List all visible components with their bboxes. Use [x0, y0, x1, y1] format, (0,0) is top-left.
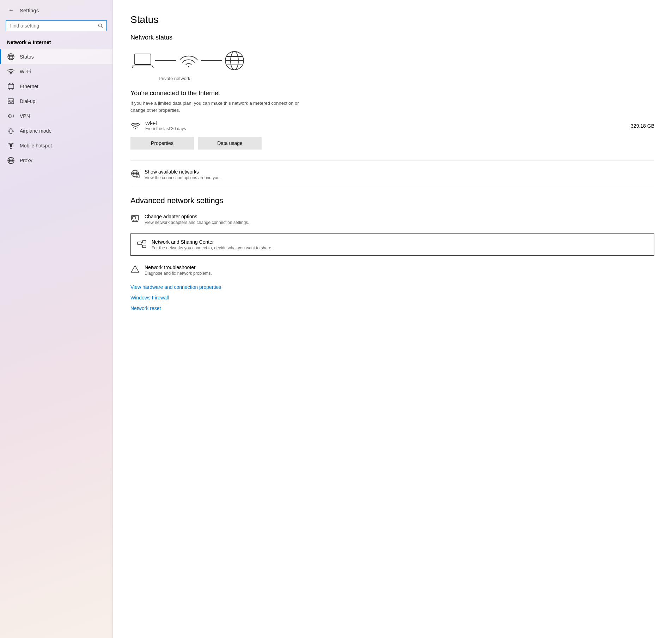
sidebar-item-ethernet[interactable]: Ethernet [0, 79, 112, 94]
dialup-icon [7, 97, 15, 105]
laptop-icon [130, 51, 155, 71]
diagram-line-1 [155, 60, 176, 61]
sidebar-title: Settings [20, 7, 39, 13]
sidebar-item-dialup-label: Dial-up [20, 98, 35, 104]
sharing-center-icon [137, 239, 147, 249]
troubleshooter-desc: Diagnose and fix network problems. [145, 271, 212, 276]
sidebar-item-wifi[interactable]: Wi-Fi [0, 64, 112, 79]
svg-rect-8 [8, 84, 14, 89]
wifi-row-icon [130, 121, 140, 131]
sidebar-item-status-label: Status [20, 54, 34, 60]
sharing-center-desc: For the networks you connect to, decide … [152, 245, 273, 250]
svg-point-0 [99, 24, 102, 27]
show-networks-icon [130, 169, 140, 178]
globe-icon [222, 48, 247, 73]
troubleshooter-item[interactable]: Network troubleshooter Diagnose and fix … [130, 263, 654, 277]
main-content: Status Network status [113, 0, 672, 638]
svg-rect-55 [142, 245, 146, 248]
properties-button[interactable]: Properties [130, 137, 194, 150]
sidebar-item-vpn[interactable]: VPN [0, 109, 112, 123]
svg-line-1 [102, 27, 103, 28]
wifi-name: Wi-Fi [145, 121, 626, 126]
diagram-line-2 [201, 60, 222, 61]
adapter-title: Change adapter options [145, 214, 249, 219]
globe-wifi-icon [7, 53, 15, 61]
troubleshooter-text: Network troubleshooter Diagnose and fix … [145, 265, 212, 276]
airplane-icon [7, 127, 15, 135]
sharing-center-item[interactable]: Network and Sharing Center For the netwo… [130, 233, 654, 256]
network-diagram [130, 48, 654, 73]
sidebar-item-proxy[interactable]: Proxy [0, 153, 112, 168]
hardware-link[interactable]: View hardware and connection properties [130, 284, 654, 290]
network-status-title: Network status [130, 34, 654, 41]
connected-desc: If you have a limited data plan, you can… [130, 100, 300, 114]
svg-rect-53 [138, 242, 141, 244]
data-usage-button[interactable]: Data usage [198, 137, 262, 150]
adapter-desc: View network adapters and change connect… [145, 220, 249, 225]
firewall-link[interactable]: Windows Firewall [130, 295, 654, 300]
svg-point-7 [11, 73, 11, 74]
svg-point-17 [10, 116, 11, 117]
wifi-status-row: Wi-Fi From the last 30 days 329.18 GB [130, 121, 654, 131]
wifi-info: Wi-Fi From the last 30 days [145, 121, 626, 131]
show-networks-text: Show available networks View the connect… [145, 169, 221, 180]
ethernet-icon [7, 83, 15, 90]
troubleshooter-title: Network troubleshooter [145, 265, 212, 270]
sidebar-item-proxy-label: Proxy [20, 158, 32, 163]
adapter-icon [130, 214, 140, 223]
sidebar-item-airplane[interactable]: Airplane mode [0, 123, 112, 138]
svg-point-15 [11, 102, 11, 103]
sidebar-item-ethernet-label: Ethernet [20, 84, 38, 89]
svg-rect-54 [142, 241, 146, 243]
sidebar-item-hotspot-label: Mobile hotspot [20, 143, 52, 148]
wifi-icon [7, 68, 15, 75]
svg-point-59 [135, 271, 135, 272]
sidebar-item-hotspot[interactable]: Mobile hotspot [0, 138, 112, 153]
connected-title: You're connected to the Internet [130, 90, 654, 97]
search-input[interactable] [10, 23, 95, 29]
search-icon [98, 23, 103, 28]
svg-point-21 [10, 145, 12, 147]
proxy-icon [7, 157, 15, 164]
show-networks-title: Show available networks [145, 169, 221, 175]
sidebar-item-airplane-label: Airplane mode [20, 128, 51, 134]
wifi-sub: From the last 30 days [145, 126, 626, 131]
vpn-icon [7, 112, 15, 120]
svg-line-57 [141, 243, 142, 247]
sidebar-item-status[interactable]: Status [0, 49, 112, 64]
page-title: Status [130, 14, 654, 25]
divider-2 [130, 189, 654, 189]
show-networks-item[interactable]: Show available networks View the connect… [130, 168, 654, 182]
show-networks-desc: View the connection options around you. [145, 175, 221, 180]
hotspot-icon [7, 142, 15, 150]
divider-1 [130, 160, 654, 160]
sidebar-item-vpn-label: VPN [20, 113, 30, 119]
sidebar-section-label: Network & Internet [0, 37, 112, 49]
wifi-usage: 329.18 GB [631, 123, 654, 129]
adapter-text: Change adapter options View network adap… [145, 214, 249, 225]
svg-rect-49 [133, 217, 135, 219]
troubleshooter-icon [130, 265, 140, 274]
search-box[interactable] [6, 20, 107, 31]
wifi-signal-icon [176, 51, 201, 71]
btn-row: Properties Data usage [130, 137, 654, 150]
svg-rect-29 [135, 54, 151, 65]
sidebar: ← Settings Network & Internet Status [0, 0, 113, 638]
sidebar-item-dialup[interactable]: Dial-up [0, 94, 112, 109]
private-network-label: Private network [130, 76, 654, 81]
svg-point-39 [135, 128, 136, 129]
reset-link[interactable]: Network reset [130, 305, 654, 311]
sharing-center-text: Network and Sharing Center For the netwo… [152, 239, 273, 250]
sharing-center-title: Network and Sharing Center [152, 239, 273, 245]
sidebar-item-wifi-label: Wi-Fi [20, 69, 31, 74]
back-button[interactable]: ← [7, 6, 16, 15]
sidebar-header: ← Settings [0, 0, 112, 20]
advanced-title: Advanced network settings [130, 196, 654, 205]
adapter-options-item[interactable]: Change adapter options View network adap… [130, 212, 654, 226]
svg-point-33 [188, 66, 189, 67]
